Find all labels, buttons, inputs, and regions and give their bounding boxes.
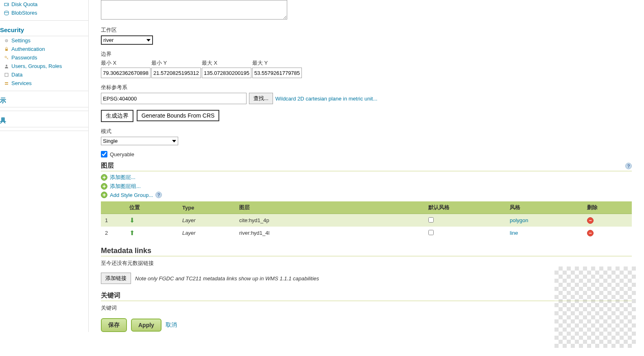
- svg-rect-8: [5, 73, 8, 76]
- svg-rect-5: [5, 49, 8, 51]
- sidebar-section-security: Security: [0, 24, 88, 36]
- th-default-style[interactable]: 默认风格: [424, 201, 506, 214]
- arrow-up-icon[interactable]: ⬆: [129, 229, 135, 236]
- workspace-label: 工作区: [101, 26, 632, 34]
- style-link[interactable]: line: [510, 230, 518, 236]
- services-icon: [4, 81, 9, 86]
- save-button[interactable]: 保存: [101, 318, 127, 332]
- sidebar-link[interactable]: Data: [11, 72, 22, 78]
- key-icon: [4, 55, 9, 60]
- generate-bounds-button[interactable]: 生成边界: [101, 110, 133, 122]
- sidebar-item-passwords[interactable]: Passwords: [0, 53, 88, 62]
- help-icon[interactable]: ?: [625, 163, 632, 169]
- position-cell: 2: [101, 227, 125, 239]
- th-position[interactable]: 位置: [125, 201, 178, 214]
- arrow-down-icon[interactable]: ⬇: [129, 217, 135, 224]
- layer-name-cell: river:hyd1_4l: [235, 227, 424, 239]
- sidebar-link[interactable]: Disk Quota: [11, 1, 37, 7]
- svg-rect-9: [5, 82, 8, 83]
- th-blank: [101, 201, 125, 214]
- layers-table: 位置 Type 图层 默认风格 风格 删除 1 ⬇ Layer cite:hyd…: [101, 201, 632, 239]
- delete-icon[interactable]: −: [587, 217, 594, 224]
- max-y-label: 最大 Y: [252, 59, 302, 67]
- style-link[interactable]: polygon: [510, 217, 528, 223]
- metadata-links-title: Metadata links: [101, 247, 632, 256]
- sidebar-link[interactable]: BlobStores: [11, 10, 37, 16]
- sidebar-section-tools: 具: [0, 114, 88, 127]
- queryable-checkbox[interactable]: [101, 151, 107, 157]
- mode-label: 模式: [101, 128, 632, 135]
- layers-section-title: 图层 ?: [101, 162, 632, 171]
- main-content: 工作区 river 边界 最小 X 最小 Y 最大 X: [89, 0, 644, 332]
- sidebar-item-users-groups-roles[interactable]: Users, Groups, Roles: [0, 62, 88, 70]
- metadata-note: Note only FGDC and TC211 metadata links …: [135, 275, 319, 282]
- blob-icon: [4, 11, 9, 15]
- mode-select[interactable]: Single: [101, 137, 178, 145]
- default-style-checkbox[interactable]: [428, 230, 434, 235]
- sidebar-item-settings[interactable]: Settings: [0, 36, 88, 45]
- sidebar-item-blobstores[interactable]: BlobStores: [0, 9, 88, 17]
- workspace-select[interactable]: river: [101, 35, 153, 45]
- keywords-title: 关键词: [101, 291, 632, 301]
- svg-point-7: [6, 65, 7, 66]
- crs-label: 坐标参考系: [101, 84, 632, 91]
- sidebar-link[interactable]: Passwords: [11, 55, 37, 61]
- add-metadata-link-button[interactable]: 添加链接: [101, 273, 131, 284]
- min-x-label: 最小 X: [101, 59, 151, 67]
- max-y-input[interactable]: [252, 68, 302, 78]
- sidebar-section-demo: 示: [0, 94, 88, 107]
- add-layer-group-link[interactable]: 添加图层组...: [110, 183, 141, 190]
- sidebar-item-data[interactable]: Data: [0, 70, 88, 79]
- sidebar-item-disk-quota[interactable]: Disk Quota: [0, 0, 88, 9]
- gear-icon: [4, 38, 9, 43]
- help-icon[interactable]: ?: [155, 192, 162, 198]
- position-cell: 1: [101, 214, 125, 227]
- queryable-label: Queryable: [110, 151, 134, 157]
- add-icon: +: [101, 192, 107, 198]
- apply-button[interactable]: Apply: [131, 319, 162, 332]
- cancel-link[interactable]: 取消: [166, 321, 177, 329]
- sidebar-item-authentication[interactable]: Authentication: [0, 45, 88, 53]
- generate-bounds-from-crs-button[interactable]: Generate Bounds From CRS: [137, 110, 220, 121]
- max-x-label: 最大 X: [202, 59, 251, 67]
- table-row: 1 ⬇ Layer cite:hyd1_4p polygon −: [101, 214, 632, 227]
- min-y-input[interactable]: [151, 68, 201, 78]
- add-icon: +: [101, 183, 107, 190]
- sidebar-link[interactable]: Authentication: [11, 46, 45, 52]
- bounds-label: 边界: [101, 50, 632, 58]
- th-layer[interactable]: 图层: [235, 201, 424, 214]
- svg-point-4: [6, 40, 7, 41]
- keywords-label: 关键词: [101, 304, 632, 312]
- lock-icon: [4, 47, 9, 52]
- svg-rect-10: [5, 84, 8, 85]
- add-layer-link[interactable]: 添加图层...: [110, 174, 135, 181]
- th-delete[interactable]: 删除: [583, 201, 632, 214]
- min-x-input[interactable]: [101, 68, 151, 78]
- svg-point-2: [4, 11, 9, 13]
- table-row: 2 ⬆ Layer river:hyd1_4l line −: [101, 227, 632, 239]
- description-textarea[interactable]: [101, 0, 287, 20]
- add-style-group-link[interactable]: Add Style Group...: [110, 192, 153, 198]
- sidebar-item-services[interactable]: Services: [0, 79, 88, 87]
- min-y-label: 最小 Y: [151, 59, 201, 67]
- svg-point-1: [7, 4, 8, 5]
- disk-icon: [4, 2, 9, 7]
- type-cell: Layer: [178, 227, 235, 239]
- delete-icon[interactable]: −: [587, 230, 594, 236]
- type-cell: Layer: [178, 214, 235, 227]
- crs-description-link[interactable]: Wildcard 2D cartesian plane in metric un…: [275, 96, 378, 102]
- sidebar-link[interactable]: Users, Groups, Roles: [11, 63, 62, 69]
- crs-input[interactable]: [101, 93, 247, 104]
- sidebar: Disk Quota BlobStores Security Settings: [0, 0, 89, 332]
- no-metadata-text: 至今还没有元数据链接: [101, 260, 632, 267]
- th-type[interactable]: Type: [178, 201, 235, 214]
- th-style[interactable]: 风格: [506, 201, 583, 214]
- find-crs-button[interactable]: 查找...: [249, 93, 273, 104]
- sidebar-link[interactable]: Services: [11, 80, 32, 86]
- add-icon: +: [101, 174, 107, 181]
- users-icon: [4, 64, 9, 69]
- default-style-checkbox[interactable]: [428, 217, 434, 223]
- data-icon: [4, 72, 9, 77]
- max-x-input[interactable]: [202, 68, 251, 78]
- sidebar-link[interactable]: Settings: [11, 37, 31, 44]
